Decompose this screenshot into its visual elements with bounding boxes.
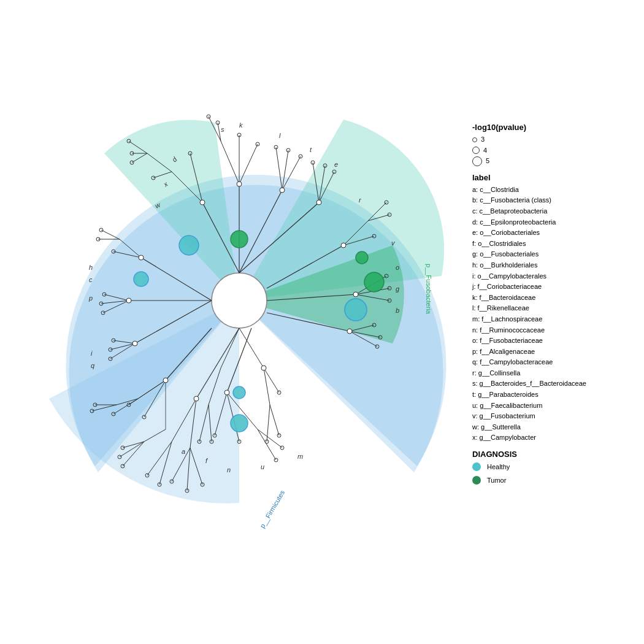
phylogenetic-chart: p__Firmicutes p__Fusobacteria d x w h c … <box>0 0 466 644</box>
label-h-leg: h: o__Burkholderiales <box>472 260 638 271</box>
svg-point-151 <box>316 200 321 205</box>
label-g: g <box>396 285 400 293</box>
svg-point-154 <box>347 329 352 334</box>
svg-point-0 <box>212 273 267 328</box>
label-p2: p <box>88 294 93 302</box>
pvalue-circle-4 <box>472 147 480 154</box>
label-p-leg: p: f__Alcaligenaceae <box>472 347 638 358</box>
label-v-leg: v: g__Fusobacterium <box>472 411 638 422</box>
label-c: c <box>89 276 93 283</box>
label-r-leg: r: g__Collinsella <box>472 368 638 379</box>
svg-point-156 <box>194 396 199 401</box>
svg-point-159 <box>132 341 137 346</box>
svg-point-142 <box>233 386 245 399</box>
svg-point-143 <box>231 415 248 432</box>
fusobacteria-label: p__Fusobacteria <box>425 264 432 315</box>
svg-point-140 <box>179 236 199 255</box>
svg-point-146 <box>364 272 384 292</box>
svg-line-88 <box>101 230 120 239</box>
svg-point-148 <box>200 200 205 205</box>
label-t-leg: t: g__Parabacteroides <box>472 389 638 401</box>
label-d-leg: d: c__Epsilonproteobacteria <box>472 217 638 228</box>
label-legend: label a: c__Clostridia b: c__Fusobacteri… <box>472 173 638 443</box>
label-i-leg: i: o__Campylobacterales <box>472 271 638 282</box>
label-legend-title: label <box>472 173 638 182</box>
label-w-leg: w: g__Sutterella <box>472 422 638 433</box>
label-a: a: c__Clostridia <box>472 185 638 196</box>
firmicutes-label: p__Firmicutes <box>258 489 286 529</box>
svg-line-129 <box>267 405 270 442</box>
label-n: n <box>227 466 231 473</box>
svg-point-141 <box>134 272 148 286</box>
pvalue-label-3: 3 <box>481 134 485 145</box>
diagnosis-legend-title: DIAGNOSIS <box>472 450 638 459</box>
label-q-leg: q: f__Campylobacteraceae <box>472 357 638 368</box>
label-s-leg: s: g__Bacteroides_f__Bacteroidaceae <box>472 378 638 389</box>
label-b2: b <box>396 307 399 314</box>
healthy-label: Healthy <box>487 463 510 470</box>
label-c-leg: c: c__Betaproteobacteria <box>472 206 638 217</box>
svg-point-157 <box>139 255 144 260</box>
tumor-label: Tumor <box>487 477 506 484</box>
svg-point-144 <box>345 299 367 321</box>
label-o-leg: o: f__Fusobacteriaceae <box>472 335 638 347</box>
pvalue-item-3: 3 <box>472 134 638 145</box>
label-m: m <box>297 453 303 460</box>
pvalue-item-4: 4 <box>472 145 638 156</box>
label-e: e <box>334 161 338 168</box>
pvalue-item-5: 5 <box>472 156 638 167</box>
label-s: s <box>221 126 224 133</box>
label-u-leg: u: g__Faecalibacterium <box>472 401 638 412</box>
svg-line-68 <box>258 429 276 460</box>
pvalue-legend-title: -log10(pvalue) <box>472 123 638 132</box>
svg-point-153 <box>353 292 358 297</box>
svg-point-147 <box>356 251 368 264</box>
svg-point-150 <box>280 188 285 193</box>
svg-point-152 <box>341 243 346 248</box>
pvalue-legend: -log10(pvalue) 3 4 5 <box>472 123 638 167</box>
svg-point-149 <box>237 182 242 186</box>
label-u: u <box>261 463 264 470</box>
diagnosis-tumor: Tumor <box>472 476 638 485</box>
tumor-dot <box>472 476 481 485</box>
svg-point-161 <box>261 366 266 370</box>
label-k-leg: k: f__Bacteroidaceae <box>472 293 638 304</box>
label-f-leg: f: o__Clostridiales <box>472 239 638 250</box>
label-q: q <box>91 362 95 369</box>
svg-line-69 <box>258 429 282 448</box>
svg-point-155 <box>224 390 229 395</box>
label-t: t <box>310 146 312 153</box>
diagnosis-healthy: Healthy <box>472 462 638 471</box>
label-e-leg: e: o__Coriobacteriales <box>472 228 638 239</box>
label-g-leg: g: o__Fusobacteriales <box>472 249 638 260</box>
label-j-leg: j: f__Coriobacteriaceae <box>472 282 638 293</box>
pvalue-label-4: 4 <box>483 145 487 156</box>
pvalue-label-5: 5 <box>486 156 489 167</box>
label-o: o <box>396 264 399 271</box>
label-l: l <box>279 132 281 139</box>
main-container: p__Firmicutes p__Fusobacteria d x w h c … <box>0 0 644 644</box>
label-l-leg: l: f__Rikenellaceae <box>472 303 638 314</box>
label-a: a <box>182 448 185 455</box>
svg-line-127 <box>264 368 270 405</box>
diagnosis-legend: DIAGNOSIS Healthy Tumor <box>472 450 638 485</box>
label-h: h <box>89 264 93 271</box>
label-k: k <box>239 121 243 129</box>
legend-panel: -log10(pvalue) 3 4 5 label a: c__Clostri… <box>472 123 638 491</box>
pvalue-circle-3 <box>472 137 477 142</box>
label-n-leg: n: f__Ruminococcaceae <box>472 325 638 336</box>
label-m-leg: m: f__Lachnospiraceae <box>472 314 638 325</box>
label-b: b: c__Fusobacteria (class) <box>472 195 638 206</box>
svg-point-158 <box>126 298 131 303</box>
svg-line-130 <box>270 405 279 435</box>
svg-line-126 <box>239 328 264 368</box>
healthy-dot <box>472 462 481 471</box>
label-x-leg: x: g__Campylobacter <box>472 432 638 443</box>
pvalue-circle-5 <box>472 156 482 166</box>
svg-point-145 <box>231 231 248 248</box>
svg-point-160 <box>163 378 168 383</box>
